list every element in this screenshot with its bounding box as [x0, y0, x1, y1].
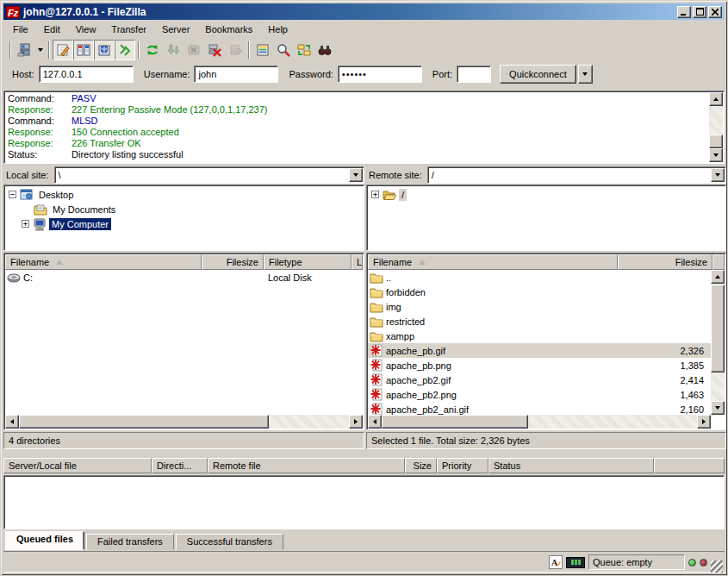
log-line: Response:226 Transfer OK [6, 138, 708, 149]
column-label: Server/Local file [9, 460, 77, 471]
file-row[interactable]: restricted [368, 314, 711, 329]
quickconnect-button-label: Quickconnect [509, 69, 567, 79]
tree-item-my-computer[interactable]: + My Computer [4, 216, 364, 231]
find-files-button[interactable] [314, 40, 335, 60]
cancel-operation-button[interactable] [184, 40, 204, 60]
expand-icon[interactable]: + [22, 220, 29, 228]
toggle-remote-tree-button[interactable] [94, 40, 115, 60]
port-input[interactable] [457, 66, 491, 83]
tree-item-desktop[interactable]: − Desktop [4, 187, 364, 202]
reconnect-button[interactable] [225, 40, 246, 60]
local-pane: Local site: \ − Desktop My Documents [3, 166, 364, 449]
refresh-button[interactable] [142, 40, 163, 60]
host-input[interactable]: 127.0.0.1 [39, 66, 134, 83]
combo-dropdown-button[interactable] [711, 168, 725, 182]
menu-transfer[interactable]: Transfer [103, 22, 154, 37]
file-row[interactable]: img [368, 299, 711, 314]
scroll-right-button[interactable] [697, 415, 711, 429]
remote-site-combo[interactable]: / [427, 166, 726, 184]
close-button[interactable] [708, 6, 722, 18]
quickconnect-dropdown[interactable] [578, 65, 593, 84]
filename-cell: apache_pb.png [386, 360, 616, 371]
scroll-left-button[interactable] [368, 415, 382, 429]
toolbar-grip [9, 41, 11, 59]
speed-limit-indicator-icon[interactable] [566, 557, 585, 568]
scroll-down-button[interactable] [709, 148, 723, 162]
scroll-up-button[interactable] [709, 92, 723, 106]
toggle-message-log-button[interactable] [53, 40, 73, 60]
file-row[interactable]: apache_pb2.png 1,463 [368, 387, 711, 402]
column-header-remote-file[interactable]: Remote file [208, 458, 405, 473]
remote-vertical-scrollbar[interactable] [711, 270, 725, 415]
data-type-indicator-icon[interactable]: A [549, 555, 563, 569]
combo-dropdown-button[interactable] [349, 168, 363, 182]
scrollbar-thumb[interactable] [711, 285, 725, 373]
local-site-combo[interactable]: \ [54, 166, 364, 184]
log-line: Command:PASV [6, 93, 708, 104]
password-input[interactable]: •••••• [338, 66, 422, 83]
maximize-button[interactable] [693, 6, 706, 18]
scrollbar-thumb[interactable] [709, 135, 723, 148]
column-header-status[interactable]: Status [488, 458, 654, 473]
tab-failed-transfers[interactable]: Failed transfers [86, 534, 174, 550]
directory-comparison-button[interactable] [273, 40, 294, 60]
menu-view[interactable]: View [68, 22, 104, 37]
file-row[interactable]: forbidden [368, 285, 711, 299]
column-header-last-modified[interactable]: L [352, 254, 363, 270]
local-horizontal-scrollbar[interactable] [5, 415, 363, 429]
collapse-icon[interactable]: − [9, 191, 16, 198]
menu-edit[interactable]: Edit [36, 22, 68, 37]
column-header-server-local-file[interactable]: Server/Local file [3, 458, 152, 473]
scrollbar-thumb[interactable] [382, 415, 528, 429]
menu-help[interactable]: Help [260, 22, 296, 37]
file-row-c-drive[interactable]: C: Local Disk [5, 270, 363, 285]
toggle-transfer-queue-button[interactable] [115, 40, 135, 60]
tree-item-my-documents[interactable]: My Documents [4, 202, 364, 216]
column-label: Remote file [213, 460, 261, 471]
column-header-filename[interactable]: Filename [5, 254, 202, 270]
column-header-direction[interactable]: Directi... [152, 458, 208, 473]
scroll-left-button[interactable] [5, 415, 19, 429]
tab-queued-files[interactable]: Queued files [5, 531, 84, 550]
synchronized-browsing-button[interactable] [294, 40, 314, 60]
tree-item-root[interactable]: + / [367, 187, 725, 202]
file-row[interactable]: .. [368, 270, 711, 285]
column-header-filesize[interactable]: Filesize [618, 254, 712, 270]
column-header-filesize[interactable]: Filesize [202, 254, 264, 270]
log-scrollbar[interactable] [709, 92, 723, 162]
file-row[interactable]: apache_pb.png 1,385 [368, 358, 711, 373]
remote-horizontal-scrollbar[interactable] [368, 415, 711, 429]
resize-grip[interactable] [711, 560, 723, 573]
file-row[interactable]: xampp [368, 329, 711, 343]
disconnect-button[interactable] [204, 40, 225, 60]
file-row[interactable]: apache_pb2.gif 2,414 [368, 373, 711, 387]
tab-successful-transfers[interactable]: Successful transfers [176, 534, 283, 550]
column-header-filetype[interactable]: Filetype [264, 254, 352, 270]
filesize-cell: 2,414 [616, 375, 711, 385]
menu-server[interactable]: Server [154, 22, 197, 37]
queue-tabs: Queued files Failed transfers Successful… [3, 530, 285, 550]
scrollbar-thumb[interactable] [19, 415, 269, 429]
scroll-up-button[interactable] [711, 270, 725, 284]
site-manager-button[interactable] [14, 40, 34, 60]
site-manager-dropdown[interactable] [34, 41, 46, 59]
remote-site-bar: Remote site: / [366, 166, 726, 184]
toggle-local-tree-button[interactable] [73, 40, 94, 60]
local-list-header: Filename Filesize Filetype L [5, 254, 363, 270]
filename-cell: img [386, 302, 616, 312]
quickconnect-button[interactable]: Quickconnect [500, 65, 576, 84]
directory-listing-filters-button[interactable] [252, 40, 273, 60]
scroll-right-button[interactable] [349, 415, 363, 429]
username-input[interactable]: john [194, 66, 278, 83]
menu-file[interactable]: File [5, 22, 36, 37]
column-header-size[interactable]: Size [405, 458, 437, 473]
process-queue-button[interactable] [163, 40, 184, 60]
minimize-button[interactable] [677, 6, 691, 18]
menu-bookmarks[interactable]: Bookmarks [197, 22, 260, 37]
file-row-selected[interactable]: apache_pb.gif 2,326 [368, 343, 711, 358]
column-header-priority[interactable]: Priority [437, 458, 488, 473]
log-label: Response: [6, 104, 72, 116]
expand-icon[interactable]: + [371, 191, 379, 198]
scroll-down-button[interactable] [711, 401, 725, 415]
column-header-filename[interactable]: Filename [368, 254, 618, 270]
